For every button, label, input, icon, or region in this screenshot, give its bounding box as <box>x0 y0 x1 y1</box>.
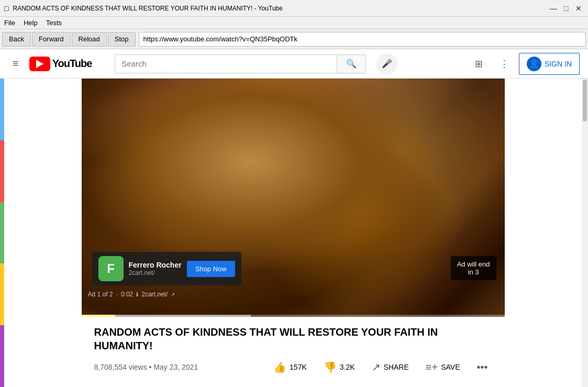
ad-advertiser-name: Ferrero Rocher <box>129 261 182 269</box>
mic-icon: 🎤 <box>382 59 392 69</box>
save-icon: ≡+ <box>426 361 438 373</box>
more-options-button[interactable]: ⋮ <box>494 53 515 74</box>
save-button[interactable]: ≡+ SAVE <box>421 359 464 375</box>
ad-countdown: Ad will end in 3 <box>451 256 496 280</box>
ad-external-icon: ↗ <box>171 292 175 297</box>
video-stats: 8,708,554 views • May 23, 2021 <box>94 363 198 371</box>
sign-in-label: SIGN IN <box>545 60 572 68</box>
sign-in-icon: 👤 <box>527 57 541 71</box>
youtube-header: ≡ YouTube 🔍 🎤 ⊞ ⋮ 👤 SIGN IN <box>0 49 588 79</box>
video-player[interactable]: F Ferrero Rocher 2cart.net/ Shop Now Ad … <box>82 79 505 317</box>
window-controls: — □ ✕ <box>548 3 584 14</box>
hamburger-icon[interactable]: ≡ <box>8 53 23 74</box>
back-button[interactable]: Back <box>2 32 31 47</box>
more-button[interactable]: ••• <box>472 359 492 375</box>
more-vert-icon: ⋮ <box>500 58 509 70</box>
video-meta: 8,708,554 views • May 23, 2021 👍 157K 👎 … <box>94 359 492 375</box>
reload-button[interactable]: Reload <box>72 32 107 47</box>
video-progress-bar[interactable] <box>82 315 505 317</box>
menu-tests[interactable]: Tests <box>46 19 62 27</box>
more-horiz-icon: ••• <box>476 361 487 373</box>
search-input[interactable] <box>115 54 337 73</box>
maximize-button[interactable]: □ <box>561 3 571 14</box>
ad-label: Ad 1 of 2 <box>88 291 113 298</box>
right-scrollbar[interactable] <box>582 79 588 387</box>
share-label: SHARE <box>384 363 409 371</box>
grid-button[interactable]: ⊞ <box>469 53 490 74</box>
browser-toolbar: Back Forward Reload Stop <box>0 29 588 49</box>
close-button[interactable]: ✕ <box>573 3 584 14</box>
header-right: ⊞ ⋮ 👤 SIGN IN <box>469 53 580 75</box>
menu-bar: File Help Tests <box>0 17 588 29</box>
window-icon: □ <box>4 4 8 13</box>
youtube-logo[interactable]: YouTube <box>29 57 92 71</box>
search-container: 🔍 <box>115 54 366 73</box>
youtube-logo-icon <box>29 57 50 71</box>
mic-button[interactable]: 🎤 <box>376 53 397 74</box>
ad-duration: 0:02 <box>121 291 133 298</box>
ad-info: Ferrero Rocher 2cart.net/ <box>129 261 182 277</box>
left-side-panel <box>0 79 4 387</box>
person-icon: 👤 <box>529 59 539 69</box>
like-button[interactable]: 👍 157K <box>269 359 311 375</box>
thumb-down-icon: 👎 <box>324 361 337 373</box>
share-button[interactable]: ↗ SHARE <box>368 359 413 375</box>
scrollbar-thumb[interactable] <box>583 80 587 121</box>
video-buffer <box>82 315 251 317</box>
menu-help[interactable]: Help <box>24 19 38 27</box>
ad-info-icon: ℹ <box>136 291 138 298</box>
save-label: SAVE <box>441 363 460 371</box>
dislike-button[interactable]: 👎 3.2K <box>319 359 359 375</box>
main-content: F Ferrero Rocher 2cart.net/ Shop Now Ad … <box>0 79 588 387</box>
share-icon: ↗ <box>372 361 381 373</box>
ad-logo: F <box>98 256 124 281</box>
grid-icon: ⊞ <box>475 58 483 70</box>
stop-button[interactable]: Stop <box>108 32 136 47</box>
ad-overlay: F Ferrero Rocher 2cart.net/ Shop Now <box>92 252 241 285</box>
thumb-up-icon: 👍 <box>273 361 286 373</box>
sign-in-button[interactable]: 👤 SIGN IN <box>519 53 580 75</box>
address-bar[interactable] <box>139 32 586 47</box>
video-section: F Ferrero Rocher 2cart.net/ Shop Now Ad … <box>4 79 582 387</box>
search-button[interactable]: 🔍 <box>337 54 366 73</box>
ad-url: 2cart.net/ <box>129 269 182 277</box>
ad-separator: · <box>116 291 118 298</box>
video-info: RANDOM ACTS OF KINDNESS THAT WILL RESTOR… <box>82 317 505 384</box>
window-titlebar: □ RANDOM ACTS OF KINDNESS THAT WILL REST… <box>0 0 588 17</box>
ad-end-line1: Ad will end <box>457 260 490 268</box>
window-title: RANDOM ACTS OF KINDNESS THAT WILL RESTOR… <box>13 5 548 12</box>
ad-end-line2: in 3 <box>457 268 490 276</box>
ad-info-bar: Ad 1 of 2 · 0:02 ℹ 2cart.net/ ↗ <box>88 291 175 298</box>
like-count: 157K <box>290 363 307 371</box>
ad-domain: 2cart.net/ <box>141 291 168 298</box>
shop-now-button[interactable]: Shop Now <box>187 261 235 277</box>
menu-file[interactable]: File <box>4 19 15 27</box>
video-title: RANDOM ACTS OF KINDNESS THAT WILL RESTOR… <box>94 325 492 352</box>
youtube-logo-text: YouTube <box>52 58 92 70</box>
dislike-count: 3.2K <box>340 363 355 371</box>
minimize-button[interactable]: — <box>548 3 559 14</box>
search-icon: 🔍 <box>346 59 357 69</box>
video-actions: 👍 157K 👎 3.2K ↗ SHARE ≡+ SAVE <box>269 359 492 375</box>
forward-button[interactable]: Forward <box>32 32 71 47</box>
